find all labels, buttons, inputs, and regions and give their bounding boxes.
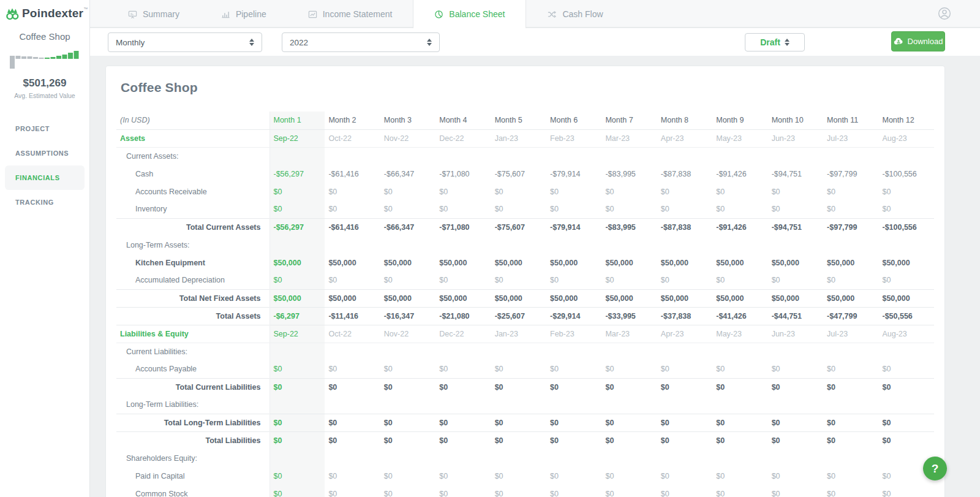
cell [768, 147, 823, 165]
cell: $50,000 [712, 289, 767, 307]
cell: -$83,995 [601, 218, 657, 236]
year-select[interactable]: 2022 [282, 32, 440, 52]
cell [878, 147, 934, 165]
cell: $50,000 [878, 289, 934, 307]
cell: Jan-23 [491, 325, 546, 343]
tab-balance-sheet[interactable]: Balance Sheet [413, 0, 526, 28]
cell: $0 [380, 271, 435, 289]
cell: $0 [491, 183, 546, 200]
user-profile-icon[interactable] [938, 7, 951, 20]
avg-estimated-value-label: Avg. Estimated Value [0, 92, 89, 99]
cell: $0 [491, 431, 546, 449]
cell [380, 343, 435, 360]
help-button[interactable]: ? [923, 457, 947, 480]
row-label: Accounts Payable [116, 360, 270, 378]
cell: Nov-22 [380, 325, 435, 343]
cell: Mar-23 [601, 129, 657, 147]
cell: Aug-23 [878, 129, 934, 147]
tab-summary[interactable]: Summary [107, 0, 200, 28]
avg-estimated-value: $501,269 [0, 77, 89, 89]
row-label: Kitchen Equipment [116, 254, 270, 271]
row-paid-in-capital: Paid in Capital$0$0$0$0$0$0$0$0$0$0$0$0 [116, 467, 934, 485]
cell: $0 [546, 183, 601, 200]
cell: Mar-23 [601, 325, 657, 343]
cell: Jun-23 [768, 129, 823, 147]
cell: $0 [712, 183, 767, 200]
cell: $0 [491, 200, 546, 218]
cell [325, 236, 380, 254]
cell [380, 396, 435, 414]
cell: $0 [712, 414, 767, 431]
cell: $50,000 [768, 254, 823, 271]
tab-label: Pipeline [236, 9, 266, 19]
cell [601, 343, 657, 360]
version-select[interactable]: Draft [745, 33, 805, 51]
cell [823, 147, 878, 165]
cell: -$97,799 [823, 218, 878, 236]
cell: $0 [823, 183, 878, 200]
cell: -$66,347 [380, 165, 435, 183]
cell: -$61,416 [325, 218, 380, 236]
cell: $0 [546, 431, 601, 449]
cell: $0 [657, 378, 712, 396]
cell: -$91,426 [712, 165, 767, 183]
cell: $0 [380, 200, 435, 218]
cell: $0 [601, 485, 657, 497]
brand-logo[interactable]: Poindexter ™ [0, 0, 89, 21]
row-label: Accumulated Depreciation [116, 271, 270, 289]
sidebar-item-tracking[interactable]: TRACKING [0, 190, 89, 214]
select-caret-icon [249, 39, 254, 46]
page-title: Coffee Shop [121, 80, 934, 95]
cell: $0 [657, 485, 712, 497]
row-common-stock: Common Stock$0$0$0$0$0$0$0$0$0$0$0$0 [116, 485, 934, 497]
select-caret-icon [785, 39, 790, 46]
cell: -$50,556 [878, 307, 934, 325]
cell: $0 [270, 200, 325, 218]
download-button-label: Download [908, 37, 943, 46]
cell: $0 [768, 467, 823, 485]
row-label: Total Assets [116, 307, 270, 325]
cell: $0 [270, 467, 325, 485]
cell: $0 [878, 271, 934, 289]
tab-income-statement[interactable]: Income Statement [287, 0, 413, 28]
row-total-current-assets: Total Current Assets-$56,297-$61,416-$66… [116, 218, 934, 236]
cell [270, 343, 325, 360]
row-accounts-receivable: Accounts Receivable$0$0$0$0$0$0$0$0$0$0$… [116, 183, 934, 200]
cell: $0 [657, 431, 712, 449]
sidebar-project-name: Coffee Shop [0, 31, 89, 42]
select-caret-icon [427, 39, 432, 46]
cell [823, 343, 878, 360]
cell: -$71,080 [435, 165, 491, 183]
row-current-assets: Current Assets: [116, 147, 934, 165]
cell: $0 [601, 378, 657, 396]
cell: $0 [878, 378, 934, 396]
cell: $0 [878, 200, 934, 218]
cell [657, 396, 712, 414]
cell: $0 [380, 467, 435, 485]
tab-cash-flow[interactable]: Cash Flow [526, 0, 624, 28]
cell: $50,000 [380, 289, 435, 307]
cell: $0 [657, 467, 712, 485]
cell [601, 147, 657, 165]
balance-sheet-table: (In USD)Month 1Month 2Month 3Month 4Mont… [116, 112, 934, 497]
cell: $0 [270, 378, 325, 396]
period-select[interactable]: Monthly [108, 32, 262, 52]
cell: $0 [325, 271, 380, 289]
tab-pipeline[interactable]: Pipeline [200, 0, 287, 28]
row-current-liabilities: Current Liabilities: [116, 343, 934, 360]
cell: $0 [657, 183, 712, 200]
cell [325, 396, 380, 414]
row-assets: AssetsSep-22Oct-22Nov-22Dec-22Jan-23Feb-… [116, 129, 934, 147]
month-header: Month 3 [380, 112, 435, 129]
download-button[interactable]: Download [891, 31, 945, 51]
cell: Sep-22 [270, 129, 325, 147]
cell: $0 [270, 271, 325, 289]
sidebar-item-project[interactable]: PROJECT [0, 116, 89, 141]
cell: Jun-23 [768, 325, 823, 343]
row-kitchen-equipment: Kitchen Equipment$50,000$50,000$50,000$5… [116, 254, 934, 271]
sidebar-item-assumptions[interactable]: ASSUMPTIONS [0, 141, 89, 165]
cell [491, 147, 546, 165]
sidebar-item-financials[interactable]: FINANCIALS [5, 165, 85, 190]
cell: -$56,297 [270, 165, 325, 183]
cell: $0 [823, 378, 878, 396]
